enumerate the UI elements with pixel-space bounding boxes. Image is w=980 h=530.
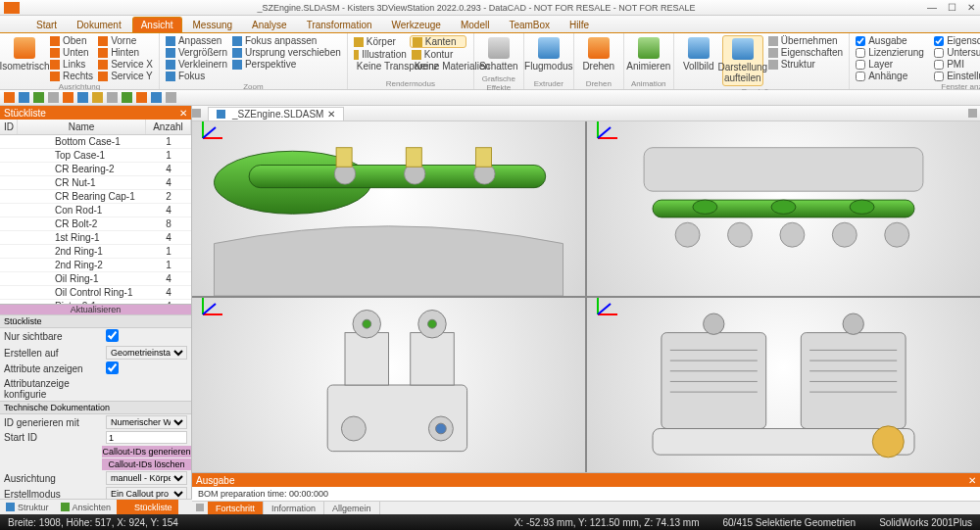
ribbon-item[interactable]: Struktur: [766, 59, 845, 70]
qa-icon[interactable]: [33, 92, 44, 103]
window-toggle[interactable]: Untersuchungen: [932, 47, 980, 58]
ribbon-item[interactable]: Keine Materialien: [410, 61, 466, 72]
ribbon-item[interactable]: Verkleinern: [164, 59, 229, 70]
qa-icon[interactable]: [166, 92, 176, 103]
ribbon-item[interactable]: Ursprung verschieben: [230, 47, 343, 58]
ribbon-item[interactable]: Perspektive: [230, 59, 343, 70]
viewport-tr[interactable]: [587, 121, 980, 296]
split-view-button[interactable]: Darstellung aufteilen: [722, 35, 763, 86]
qa-icon[interactable]: [4, 92, 15, 103]
qa-icon[interactable]: [92, 92, 103, 103]
ribbon-item[interactable]: Kanten: [410, 35, 466, 48]
window-toggle[interactable]: Anhänge: [854, 71, 928, 81]
ribbon-item[interactable]: Links: [48, 59, 95, 70]
table-row[interactable]: CR Bearing Cap-12: [0, 190, 191, 204]
col-count[interactable]: Anzahl: [146, 120, 191, 134]
window-toggle[interactable]: PMI: [932, 59, 980, 70]
table-row[interactable]: 1st Ring-14: [0, 231, 191, 245]
ribbon-item[interactable]: Anpassen: [164, 35, 229, 46]
window-toggle[interactable]: Lizenzierung: [854, 47, 928, 58]
isometric-button[interactable]: Isometrisch: [4, 35, 45, 73]
table-row[interactable]: Oil Ring-14: [0, 272, 191, 286]
tab-close-icon[interactable]: ✕: [327, 109, 335, 120]
select[interactable]: Numerischer Wert (Start ID): [106, 415, 187, 429]
checkbox[interactable]: [106, 329, 119, 342]
table-row[interactable]: 2nd Ring-21: [0, 259, 191, 272]
ribbon-tab-werkzeuge[interactable]: Werkzeuge: [383, 17, 450, 32]
checkbox[interactable]: [856, 48, 865, 58]
left-tab[interactable]: Ansichten: [55, 500, 118, 514]
left-tab[interactable]: Struktur: [0, 500, 55, 514]
output-tab[interactable]: Information: [264, 502, 324, 514]
animate-button[interactable]: Animieren: [628, 35, 669, 73]
checkbox[interactable]: [856, 60, 865, 70]
checkbox[interactable]: [934, 60, 944, 70]
window-toggle[interactable]: Ausgabe: [854, 35, 928, 46]
qa-icon[interactable]: [122, 92, 132, 103]
table-row[interactable]: Top Case-11: [0, 149, 191, 163]
qa-icon[interactable]: [48, 92, 59, 103]
ribbon-item[interactable]: Rechts: [48, 71, 95, 81]
window-toggle[interactable]: Einstellungen: [932, 71, 980, 81]
tab-menu-icon[interactable]: [968, 109, 977, 118]
minimize-button[interactable]: —: [927, 3, 937, 13]
close-button[interactable]: ✕: [966, 3, 976, 13]
ribbon-item[interactable]: Kontur: [410, 49, 466, 60]
bom-update-button[interactable]: Aktualisieren: [0, 304, 191, 314]
qa-icon[interactable]: [136, 92, 147, 103]
rotate-button[interactable]: Drehen: [578, 35, 619, 73]
col-id[interactable]: ID: [0, 120, 18, 134]
table-row[interactable]: Con Rod-14: [0, 204, 191, 217]
ribbon-item[interactable]: Vorne: [96, 35, 155, 46]
checkbox[interactable]: [934, 36, 944, 46]
checkbox[interactable]: [934, 48, 944, 58]
ribbon-tab-messung[interactable]: Messung: [184, 17, 242, 32]
checkbox[interactable]: [106, 361, 119, 374]
table-row[interactable]: CR Bolt-28: [0, 217, 191, 231]
gen-callout-ids-button[interactable]: Callout-IDs generieren: [102, 446, 191, 458]
select[interactable]: Geometrieinstanz: [106, 346, 187, 360]
ribbon-tab-transformation[interactable]: Transformation: [298, 17, 381, 32]
document-tab[interactable]: _SZEngine.SLDASM ✕: [208, 107, 344, 120]
ribbon-item[interactable]: Service X: [96, 59, 155, 70]
output-tab[interactable]: Allgemein: [324, 502, 380, 514]
ribbon-item[interactable]: Eigenschaften: [766, 47, 845, 58]
table-row[interactable]: CR Bearing-24: [0, 163, 191, 176]
ribbon-tab-teambox[interactable]: TeamBox: [500, 17, 559, 32]
shadow-button[interactable]: Schatten: [478, 35, 519, 73]
flymode-button[interactable]: Flugmodus: [528, 35, 569, 73]
ribbon-item[interactable]: Übernehmen: [766, 35, 845, 46]
window-toggle[interactable]: Eigenschaft...: [932, 35, 980, 46]
col-name[interactable]: Name: [18, 120, 146, 134]
viewport-br[interactable]: [587, 298, 980, 472]
ribbon-item[interactable]: Service Y: [96, 71, 155, 81]
tab-prev-icon[interactable]: [196, 504, 204, 511]
qa-icon[interactable]: [77, 92, 88, 103]
ribbon-tab-hilfe[interactable]: Hilfe: [561, 17, 598, 32]
panel-close-icon[interactable]: ✕: [179, 108, 187, 119]
qa-icon[interactable]: [107, 92, 118, 103]
fullscreen-button[interactable]: Vollbild: [678, 35, 719, 73]
checkbox[interactable]: [856, 36, 865, 46]
table-row[interactable]: 2nd Ring-11: [0, 245, 191, 259]
left-tab[interactable]: Stückliste: [117, 500, 178, 514]
qa-icon[interactable]: [63, 92, 74, 103]
ribbon-tab-modell[interactable]: Modell: [452, 17, 498, 32]
output-tab[interactable]: Fortschritt: [208, 502, 264, 514]
del-callout-ids-button[interactable]: Callout-IDs löschen: [102, 458, 191, 470]
ribbon-item[interactable]: Oben: [48, 35, 95, 46]
ribbon-item[interactable]: Körper: [352, 35, 409, 48]
ribbon-item[interactable]: Vergrößern: [164, 47, 229, 58]
window-toggle[interactable]: Layer: [854, 59, 928, 70]
ribbon-item[interactable]: Unten: [48, 47, 95, 58]
ribbon-item[interactable]: Keine Transparenz: [352, 61, 409, 72]
ribbon-tab-start[interactable]: Start: [27, 17, 66, 32]
ribbon-tab-dokument[interactable]: Dokument: [68, 17, 130, 32]
maximize-button[interactable]: ☐: [947, 3, 956, 13]
ribbon-tab-analyse[interactable]: Analyse: [243, 17, 296, 32]
ribbon-item[interactable]: Fokus: [164, 71, 229, 81]
table-row[interactable]: Oil Control Ring-14: [0, 286, 191, 300]
ribbon-item[interactable]: Illustration: [352, 49, 409, 60]
qa-icon[interactable]: [19, 92, 29, 103]
select[interactable]: manuell - Körper: [106, 471, 187, 485]
